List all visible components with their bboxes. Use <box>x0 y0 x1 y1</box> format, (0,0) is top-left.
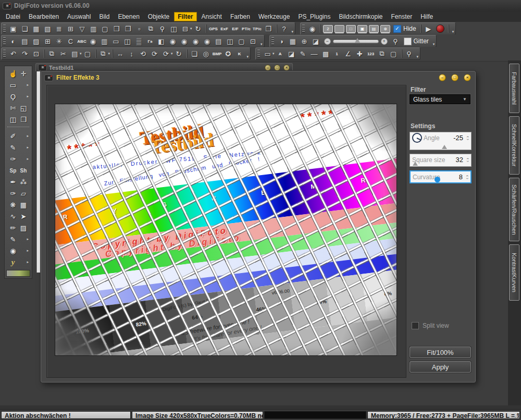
magnifier-icon[interactable]: ⚲ <box>390 36 401 46</box>
fit-100-button[interactable]: Fit/100% <box>410 347 471 358</box>
marquee-select-tool[interactable]: ▭ <box>8 80 18 90</box>
menu-item-bildschirmkopie[interactable]: Bildschirmkopie <box>335 12 386 21</box>
square-size-slider-track[interactable] <box>411 161 470 166</box>
image-preview-icon[interactable]: ◪ <box>311 36 321 46</box>
undo-icon[interactable]: ↶ <box>8 49 19 59</box>
side-tab-sch-rfen-rauschen[interactable]: Schärfen/Rauschen <box>509 178 519 241</box>
curvature-slider-track[interactable] <box>412 177 469 182</box>
tpc-convert-icon[interactable]: TP/c <box>252 24 263 34</box>
magnify-page-icon[interactable]: ⚲ <box>404 49 415 59</box>
vibrate-tool[interactable]: ∿ <box>8 211 18 221</box>
transparency-tool[interactable]: ▨ <box>18 223 29 233</box>
filter-browser-icon[interactable]: ▽ <box>77 24 88 34</box>
crop-tool[interactable]: ◱ <box>18 103 29 113</box>
bmp-icon[interactable]: BMP <box>212 49 222 59</box>
gamma-icon[interactable]: Γ± <box>145 36 155 46</box>
sharpen-tool[interactable]: Sh <box>18 165 29 176</box>
refresh-icon[interactable]: ↻ <box>193 24 204 34</box>
auto-correct-icon[interactable]: ◉ <box>88 36 98 46</box>
blank-canvas-icon[interactable]: ▫ <box>134 24 145 34</box>
thumbnail-sheet-icon[interactable]: ▦ <box>31 24 42 34</box>
angle-spin-down[interactable]: › <box>466 139 469 140</box>
side-tab-schnellkorrektur[interactable]: SchnellKorrektur <box>509 116 519 175</box>
open-image-icon[interactable]: ▣ <box>8 24 19 34</box>
angle-spin-up[interactable]: ‹ <box>466 136 469 138</box>
menu-item-auswahl[interactable]: Auswahl <box>64 12 94 21</box>
paste-icon[interactable]: ▤ <box>69 49 80 59</box>
toolbar-overflow-button[interactable]: ▾ <box>247 55 249 59</box>
stamp-icon[interactable]: ✪ <box>223 49 234 59</box>
paint-brush-tool[interactable]: ✑ <box>8 188 18 199</box>
angle-slider-thumb[interactable] <box>442 145 447 149</box>
menu-item-ebenen[interactable]: Ebenen <box>114 12 143 21</box>
texture-tool[interactable]: ▦ <box>18 200 29 210</box>
square-size-slider-thumb[interactable] <box>413 162 418 166</box>
browse-folder-icon[interactable]: ❏ <box>19 24 30 34</box>
menu-item-objekte[interactable]: Objekte <box>144 12 173 21</box>
cut-scissors-icon[interactable]: ✂ <box>58 49 69 59</box>
hide-checkbox[interactable]: ✓ <box>393 25 401 33</box>
doc-close-button[interactable]: × <box>283 65 290 71</box>
rotate-left-icon[interactable]: ⟲ <box>138 49 148 59</box>
video-camera-icon[interactable]: ▶ <box>423 24 434 34</box>
doc-maximize-button[interactable]: □ <box>274 65 280 71</box>
square-size-spin-up[interactable]: ‹ <box>466 158 469 159</box>
gamma-flyout-arrow[interactable]: ▸ <box>24 260 29 264</box>
angle-slider-track[interactable] <box>411 144 470 150</box>
ring-c-icon[interactable]: C <box>65 36 76 46</box>
brush-flyout-arrow[interactable]: ▸ <box>24 157 29 161</box>
copy-file-icon[interactable]: ❏ <box>189 49 200 59</box>
hand-tool[interactable]: ☝ <box>8 68 18 79</box>
toolbar-overflow-button[interactable]: ▾ <box>260 42 263 46</box>
exif-icon[interactable]: ExF <box>219 24 230 34</box>
image-search-icon[interactable]: ⚲ <box>157 24 168 34</box>
gray-card-icon[interactable]: ▤ <box>19 36 30 46</box>
pen-draw-icon[interactable]: ✎ <box>297 49 308 59</box>
knife-tool[interactable]: ✄ <box>8 103 18 113</box>
clipboard-viewer-icon[interactable]: ≣ <box>54 24 65 34</box>
zoom-slider-thumb[interactable] <box>355 38 360 43</box>
save-tool[interactable]: ◫ <box>8 114 18 125</box>
round-blank-2-icon[interactable]: ⊡ <box>247 36 258 46</box>
zoom-in-icon[interactable]: ⊕ <box>299 36 310 46</box>
measure-ruler-icon[interactable]: 1 <box>332 49 342 59</box>
redo-icon[interactable]: ↷ <box>19 49 30 59</box>
angle-spinner[interactable]: ‹› <box>465 135 470 141</box>
monitor-frame-icon[interactable]: ▣ <box>357 25 367 33</box>
film-card-icon[interactable]: ▤ <box>213 36 224 46</box>
lasso-tool[interactable]: Ϙ <box>8 91 18 102</box>
menu-item-ps_plugins[interactable]: PS_Plugins <box>294 12 334 21</box>
link-window-icon[interactable]: ❐ <box>263 24 274 34</box>
draw-flyout-arrow[interactable]: ▸ <box>24 237 29 241</box>
red-eye-3-icon[interactable]: ◉ <box>190 36 201 46</box>
curvature-control[interactable]: Curvature8‹› <box>410 170 472 183</box>
dialog-titlebar[interactable]: Filter Effekte 3 <box>41 71 475 84</box>
red-eye-1-icon[interactable]: ◉ <box>167 36 178 46</box>
shape-rect-icon-dropdown[interactable]: ▾ <box>272 52 275 56</box>
side-tab-kontrastkurven[interactable]: KontrastKurven <box>509 244 519 301</box>
flip-vertical-icon[interactable]: ↕ <box>126 49 137 59</box>
angle-control[interactable]: Angle-25‹› <box>410 132 472 150</box>
menu-item-hilfe[interactable]: Hilfe <box>417 12 437 21</box>
deselect-icon[interactable]: ⊡ <box>31 49 42 59</box>
rotate-angle-icon[interactable]: ⟳ <box>160 49 171 59</box>
edit-image-icon[interactable]: ▧ <box>42 24 53 34</box>
resample-icon[interactable]: ↻ <box>173 49 184 59</box>
folder-save-icon[interactable]: ❐ <box>122 24 133 34</box>
curvature-slider-thumb[interactable] <box>435 177 440 182</box>
dialog-minimize-button[interactable]: – <box>439 74 446 81</box>
pen-tool[interactable]: ✎ <box>8 142 18 153</box>
lasso-flyout-arrow[interactable]: ▸ <box>24 94 29 98</box>
copy-image-icon[interactable]: ⧉ <box>145 24 156 34</box>
filmstrip-box-icon[interactable]: ▦ <box>288 36 299 46</box>
window-view-icon[interactable]: ◫ <box>168 24 179 34</box>
spray-tool[interactable]: ⁂ <box>18 177 29 187</box>
menu-item-farben[interactable]: Farben <box>227 12 254 21</box>
insert-image-icon[interactable]: ▩ <box>320 49 331 59</box>
folder-tool[interactable]: ❒ <box>18 114 29 125</box>
diagonal-repair-icon[interactable]: ▨ <box>31 36 42 46</box>
menu-item-bearbeiten[interactable]: Bearbeiten <box>25 12 63 21</box>
new-image-icon[interactable]: ▢ <box>100 24 110 34</box>
copy-object-icon[interactable]: ⧉ <box>377 49 388 59</box>
square-size-control[interactable]: Square size32‹› <box>410 154 472 167</box>
